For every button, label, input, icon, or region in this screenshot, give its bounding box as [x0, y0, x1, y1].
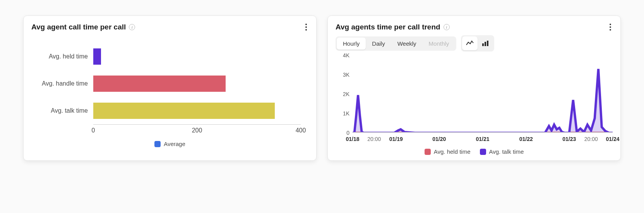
bar-track: [93, 103, 301, 119]
bar-label: Avg. held time: [31, 53, 93, 60]
line-chart-plot: [353, 55, 613, 133]
bar-fill: [93, 103, 275, 119]
card-title-wrap: Avg agents time per call trend i: [336, 23, 450, 31]
legend-item: Avg. talk time: [480, 148, 524, 155]
x-axis-tick: 01/20: [432, 136, 446, 142]
trend-legend: Avg. held timeAvg. talk time: [336, 144, 613, 156]
granularity-segmented: HourlyDailyWeeklyMonthly: [336, 36, 456, 51]
legend-item: Avg. held time: [425, 148, 471, 155]
y-axis-tick: 1K: [343, 110, 349, 117]
card-title-wrap: Avg agent call time per call i: [31, 23, 135, 31]
bar-track: [93, 48, 301, 65]
x-axis-tick: 200: [192, 127, 202, 134]
granularity-hourly[interactable]: Hourly: [337, 38, 366, 50]
legend-label: Avg. talk time: [489, 148, 524, 155]
svg-rect-2: [487, 41, 488, 46]
y-axis-tick: 0: [346, 130, 349, 136]
x-axis-tick: 01/24: [606, 136, 619, 142]
x-axis-tick: 20:00: [367, 136, 381, 142]
card-menu-button[interactable]: [304, 22, 308, 32]
chart-type-line-icon[interactable]: [462, 36, 478, 50]
bar-row: Avg. handle time: [31, 70, 301, 97]
chart-type-segmented: [461, 35, 494, 52]
info-icon[interactable]: i: [444, 24, 450, 30]
card-title: Avg agents time per call trend: [336, 23, 440, 31]
info-icon[interactable]: i: [129, 24, 135, 30]
x-axis-tick: 01/21: [476, 136, 489, 142]
x-axis-tick: 01/18: [346, 136, 359, 142]
y-axis-tick: 2K: [343, 91, 349, 97]
bar-label: Avg. talk time: [31, 107, 93, 114]
bar-fill: [93, 48, 101, 65]
legend-label: Avg. held time: [434, 148, 471, 155]
legend-swatch: [154, 141, 161, 147]
x-axis-tick: 01/19: [389, 136, 403, 142]
x-axis: 0200400: [93, 124, 301, 138]
card-menu-button[interactable]: [608, 22, 613, 32]
bar-row: Avg. held time: [31, 43, 301, 70]
granularity-monthly: Monthly: [423, 38, 456, 50]
bar-chart: Avg. held timeAvg. handle timeAvg. talk …: [31, 35, 308, 138]
y-axis-tick: 4K: [343, 52, 349, 58]
bar-label: Avg. handle time: [31, 80, 93, 87]
bar-fill: [93, 76, 226, 92]
x-axis-tick: 400: [296, 127, 306, 134]
x-axis-tick: 01/23: [562, 136, 576, 142]
x-axis-tick: 0: [92, 127, 95, 134]
bar-row: Avg. talk time: [31, 97, 301, 124]
card-header: Avg agents time per call trend i: [336, 22, 613, 32]
x-axis-ticks: 01/1820:0001/1901/2001/2101/2201/2320:00…: [353, 134, 613, 144]
legend-swatch: [425, 149, 431, 155]
legend-label: Average: [164, 141, 185, 147]
bar-chart-legend: Average: [31, 138, 308, 149]
card-header: Avg agent call time per call i: [31, 22, 308, 32]
card-title: Avg agent call time per call: [31, 23, 126, 31]
chart-type-bar-icon[interactable]: [478, 36, 493, 50]
card-avg-agent-call-time: Avg agent call time per call i Avg. held…: [23, 15, 317, 161]
granularity-weekly[interactable]: Weekly: [391, 38, 423, 50]
svg-rect-0: [482, 43, 484, 46]
y-axis-tick: 3K: [343, 72, 349, 78]
x-axis-tick: 20:00: [584, 136, 598, 142]
line-chart: 01K2K3K4K 01/1820:0001/1901/2001/2101/22…: [336, 55, 613, 144]
x-axis-tick: 01/22: [519, 136, 533, 142]
trend-toolbar: HourlyDailyWeeklyMonthly: [336, 35, 613, 52]
svg-rect-1: [485, 42, 486, 46]
bar-track: [93, 76, 301, 92]
granularity-daily[interactable]: Daily: [366, 38, 391, 50]
card-avg-agents-time-trend: Avg agents time per call trend i HourlyD…: [327, 15, 621, 161]
legend-swatch: [480, 149, 486, 155]
y-axis-ticks: 01K2K3K4K: [336, 55, 351, 133]
